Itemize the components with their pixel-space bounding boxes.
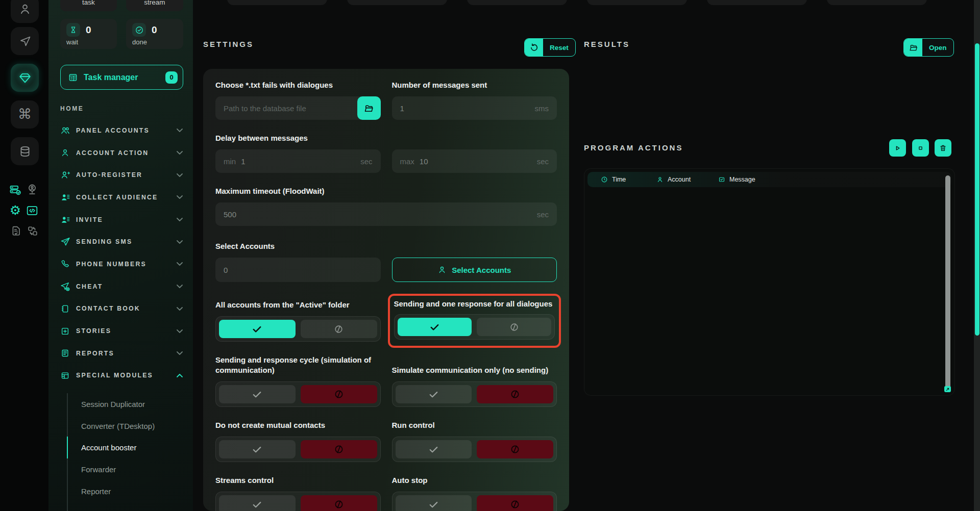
tab-stream[interactable]: stream [126,0,183,11]
messages-sent-field: sms [392,96,557,120]
top-clipped-buttons [227,0,927,5]
task-manager-icon [68,72,78,83]
toggle-no-button[interactable] [301,495,377,511]
check-icon [251,389,263,400]
top-tab-clipped[interactable] [707,0,807,5]
column-time[interactable]: Time [601,176,656,183]
submodule-reporter[interactable]: Reporter [68,480,184,502]
toggle-no-button[interactable] [477,495,553,511]
slash-circle-icon [333,389,345,400]
chevron-down-icon [177,129,183,132]
play-icon [893,144,902,152]
code-window-icon[interactable] [26,204,39,217]
sidebar-item-invite[interactable]: INVITE [48,209,193,231]
toggle-auto-stop [392,492,557,511]
submodule-forwarder[interactable]: Forwarder [68,458,184,480]
toggle-yes-button[interactable] [219,320,296,338]
toggle-yes-button[interactable] [396,385,472,403]
slash-circle-icon [509,499,521,510]
accounts-count-input[interactable] [224,266,373,274]
file-label: Choose *.txt fails with dialogues [215,80,381,90]
table-scrollbar[interactable] [945,175,950,390]
paper-plane-plus-icon [60,282,70,292]
done-label: done [132,38,183,46]
chevron-down-icon [177,240,183,244]
column-account[interactable]: Account [656,176,718,183]
toggle-row-2: Sending and response cycle (simulation o… [215,355,557,407]
timeout-input[interactable] [224,210,532,219]
stop-button[interactable] [912,139,929,157]
server-check-icon[interactable] [9,184,22,197]
sidebar-item-cheat[interactable]: CHEAT [48,275,193,298]
sidebar-item-contact-book[interactable]: CONTACT BOOK [48,298,193,320]
toggle-yes-button[interactable] [396,440,472,458]
page-scrollbar-thumb[interactable] [975,43,979,336]
sidebar-item-sending-sms[interactable]: SENDING SMS [48,231,193,253]
command-icon[interactable]: ⌘ [11,100,39,129]
toggle-yes-button[interactable] [396,495,472,511]
special-modules-submenu: Session Duplicator Converter (TDesktop) … [67,393,184,511]
top-tab-clipped[interactable] [587,0,687,5]
toggle-yes-button[interactable] [219,440,296,458]
submodule-clipped[interactable] [68,502,184,511]
submodule-session-duplicator[interactable]: Session Duplicator [68,393,184,415]
toggle-streams-control [215,492,381,511]
toggle-yes-button[interactable] [219,385,296,403]
sidebar-item-panel-accounts[interactable]: PANEL ACCOUNTS [48,119,193,142]
file-path-input[interactable] [224,104,352,113]
sidebar-item-auto-register[interactable]: AUTO-REGISTER [48,164,193,186]
sidebar-item-reports[interactable]: REPORTS [48,342,193,365]
person-cam-icon[interactable] [26,183,39,196]
browse-folder-button[interactable] [357,96,381,120]
sidebar-item-account-action[interactable]: ACCOUNT ACTION [48,142,193,164]
delay-max-input[interactable] [420,157,532,166]
swap-icon[interactable] [26,224,39,238]
sidebar-item-stories[interactable]: STORIES [48,320,193,342]
toggle-label: All accounts from the "Active" folder [215,300,381,310]
resize-grip[interactable] [944,386,951,392]
task-manager-button[interactable]: Task manager 0 [60,65,183,90]
modules-icon [60,371,70,380]
toggle-no-button[interactable] [301,320,377,338]
toggle-no-button[interactable] [301,385,377,403]
wait-label: wait [66,38,117,46]
select-accounts-button[interactable]: Select Accounts [392,258,557,282]
reset-button[interactable]: Reset [524,38,576,57]
accounts-count-field [215,258,381,282]
toggle-label: Streams control [215,475,381,486]
tab-task[interactable]: task [60,0,117,11]
gear-icon[interactable]: ⚙ [9,203,22,217]
play-button[interactable] [889,139,906,157]
delay-min-input[interactable] [241,157,355,166]
messages-sent-input[interactable] [400,104,530,113]
top-tab-clipped[interactable] [827,0,927,5]
top-tab-clipped[interactable] [347,0,447,5]
open-button[interactable]: Open [903,38,954,57]
delete-button[interactable] [935,139,951,157]
toggle-yes-button[interactable] [398,318,472,336]
column-message[interactable]: Message [718,176,755,183]
toggle-no-button[interactable] [477,318,551,336]
phone-icon [60,259,70,269]
send-icon[interactable] [11,27,39,55]
chevron-down-icon [177,173,183,177]
sidebar-item-collect-audience[interactable]: COLLECT AUDIENCE [48,186,193,209]
user-icon[interactable] [11,0,39,23]
submodule-converter[interactable]: Converter (TDesktop) [68,415,184,437]
toggle-no-button[interactable] [477,440,553,458]
top-tab-clipped[interactable] [227,0,327,5]
doc-check-icon[interactable] [10,224,23,238]
sidebar-item-special-modules[interactable]: SPECIAL MODULES [48,365,193,387]
submodule-account-booster[interactable]: Account booster [68,437,184,458]
toggle-yes-button[interactable] [219,495,296,511]
delay-label: Delay between messages [215,133,381,143]
delay-row: Delay between messages min sec max sec [215,133,557,173]
toggle-no-button[interactable] [301,440,377,458]
gem-icon[interactable] [11,64,39,92]
database-icon[interactable] [11,137,39,165]
toggle-no-button[interactable] [477,385,553,403]
select-accounts-label: Select Accounts [215,241,381,251]
top-tab-clipped[interactable] [467,0,567,5]
sidebar-item-phone-numbers[interactable]: PHONE NUMBERS [48,253,193,275]
toggle-row-3: Do not create mutual contacts Run contro… [215,420,557,462]
